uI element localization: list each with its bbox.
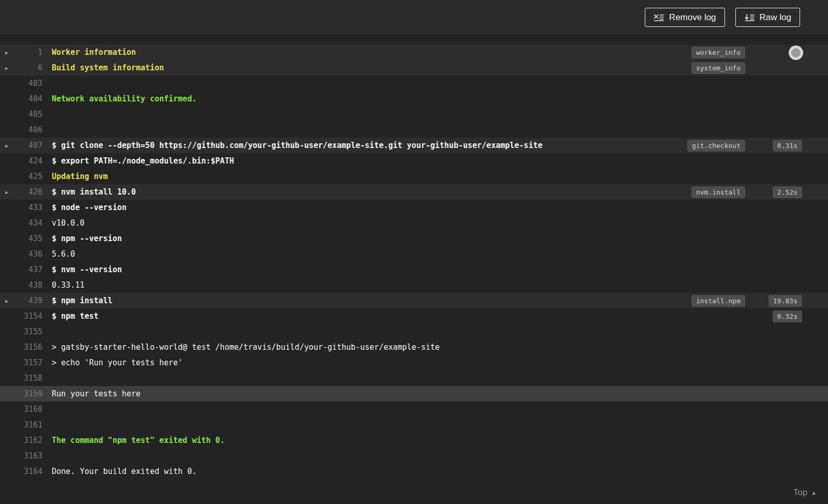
log-line: 403 — [0, 76, 828, 91]
line-number[interactable]: 6 — [16, 63, 42, 72]
log-text: > echo 'Run your tests here' — [52, 358, 759, 367]
log-text: $ git clone --depth=50 https://github.co… — [52, 141, 687, 150]
fold-arrow-icon[interactable]: ▶ — [0, 143, 16, 149]
log-text: $ npm test — [52, 312, 759, 321]
log-text: $ export PATH=./node_modules/.bin:$PATH — [52, 156, 759, 166]
line-number[interactable]: 3160 — [16, 405, 42, 414]
log-line: 434 v10.0.0 — [0, 215, 828, 231]
log-text: > gatsby-starter-hello-world@ test /home… — [52, 343, 759, 352]
scroll-to-top-fab[interactable] — [789, 46, 803, 60]
log-line: 3162 The command "npm test" exited with … — [0, 433, 828, 448]
fold-name-badge: git.checkout — [687, 140, 745, 152]
log-line: 3163 — [0, 448, 828, 464]
log-line: ▶ 407 $ git clone --depth=50 https://git… — [0, 138, 828, 153]
remove-log-icon — [654, 14, 664, 21]
line-number[interactable]: 3156 — [16, 343, 42, 352]
log-line: ▶ 6 Build system information system_info — [0, 60, 828, 76]
fold-name-badge: system_info — [691, 62, 745, 74]
log-line: 436 5.6.0 — [0, 246, 828, 262]
raw-log-button[interactable]: Raw log — [735, 8, 800, 27]
log-line: 406 — [0, 122, 828, 138]
line-number[interactable]: 3161 — [16, 420, 42, 429]
caret-up-icon: ▲ — [811, 490, 817, 496]
log-text: Network availability confirmed. — [52, 94, 759, 103]
duration-badge: 0.32s — [773, 310, 802, 322]
line-number[interactable]: 426 — [16, 187, 42, 197]
remove-log-button[interactable]: Remove log — [645, 8, 725, 27]
log-text: Done. Your build exited with 0. — [52, 467, 759, 476]
line-number[interactable]: 406 — [16, 125, 42, 135]
duration-slot: 2.52s — [759, 186, 802, 198]
line-number[interactable]: 433 — [16, 203, 42, 212]
line-number[interactable]: 435 — [16, 234, 42, 243]
log-line: 425 Updating nvm — [0, 169, 828, 184]
line-number[interactable]: 3163 — [16, 451, 42, 461]
log-line: 3161 — [0, 417, 828, 433]
scroll-top-link[interactable]: Top ▲ — [793, 487, 817, 498]
line-number[interactable]: 403 — [16, 79, 42, 88]
line-number[interactable]: 3162 — [16, 436, 42, 445]
fold-arrow-icon[interactable]: ▶ — [0, 65, 16, 71]
build-log: ▶ 1 Worker information worker_info ▶ 6 B… — [0, 35, 828, 479]
log-line: 435 $ npm --version — [0, 231, 828, 246]
fold-arrow-icon[interactable]: ▶ — [0, 189, 16, 195]
log-line: 3155 — [0, 324, 828, 339]
fold-name-badge: nvm.install — [691, 186, 745, 198]
log-line: 3158 — [0, 370, 828, 386]
line-number[interactable]: 3154 — [16, 312, 42, 321]
duration-slot: 0.32s — [759, 310, 802, 322]
log-text: $ node --version — [52, 203, 759, 212]
log-text: Build system information — [52, 63, 691, 72]
duration-slot: 19.83s — [759, 295, 802, 307]
fold-arrow-icon[interactable]: ▶ — [0, 298, 16, 304]
duration-badge: 0.31s — [773, 140, 802, 152]
line-number[interactable]: 3164 — [16, 467, 42, 476]
log-line: ▶ 426 $ nvm install 10.0 nvm.install 2.5… — [0, 184, 828, 200]
line-number[interactable]: 3157 — [16, 358, 42, 367]
log-line: 3156 > gatsby-starter-hello-world@ test … — [0, 339, 828, 355]
log-line: 3154 $ npm test 0.32s — [0, 308, 828, 324]
line-number[interactable]: 437 — [16, 265, 42, 274]
line-number[interactable]: 434 — [16, 218, 42, 228]
line-number[interactable]: 404 — [16, 94, 42, 103]
log-text: $ npm --version — [52, 234, 759, 243]
log-text: $ npm install — [52, 296, 691, 305]
line-number[interactable]: 438 — [16, 280, 42, 290]
log-line: ▶ 439 $ npm install install.npm 19.83s — [0, 293, 828, 308]
log-line: 3159 Run your tests here — [0, 386, 828, 402]
log-text: $ nvm --version — [52, 265, 759, 274]
line-number[interactable]: 425 — [16, 172, 42, 181]
raw-log-label: Raw log — [760, 13, 791, 22]
fold-name-badge: install.npm — [691, 295, 745, 307]
log-line: 3160 — [0, 402, 828, 417]
log-line: 404 Network availability confirmed. — [0, 91, 828, 107]
log-line: 433 $ node --version — [0, 200, 828, 215]
line-number[interactable]: 3159 — [16, 389, 42, 398]
remove-log-label: Remove log — [669, 13, 716, 22]
log-line: 3157 > echo 'Run your tests here' — [0, 355, 828, 370]
line-number[interactable]: 407 — [16, 141, 42, 150]
log-line: ▶ 1 Worker information worker_info — [0, 45, 828, 60]
line-number[interactable]: 1 — [16, 48, 42, 57]
log-text: $ nvm install 10.0 — [52, 187, 691, 197]
line-number[interactable]: 424 — [16, 156, 42, 166]
log-line: 437 $ nvm --version — [0, 262, 828, 277]
log-text: Run your tests here — [52, 389, 759, 398]
log-text: 0.33.11 — [52, 280, 759, 290]
line-number[interactable]: 439 — [16, 296, 42, 305]
raw-log-icon — [744, 14, 755, 21]
line-number[interactable]: 436 — [16, 249, 42, 259]
log-text: 5.6.0 — [52, 249, 759, 259]
log-line: 405 — [0, 107, 828, 122]
log-toolbar: Remove log Raw log — [0, 0, 828, 35]
log-text: Worker information — [52, 48, 691, 57]
fold-arrow-icon[interactable]: ▶ — [0, 50, 16, 55]
log-text: v10.0.0 — [52, 218, 759, 228]
log-line: 424 $ export PATH=./node_modules/.bin:$P… — [0, 153, 828, 169]
log-text: Updating nvm — [52, 172, 759, 181]
line-number[interactable]: 405 — [16, 110, 42, 119]
duration-slot: 0.31s — [759, 140, 802, 152]
line-number[interactable]: 3155 — [16, 327, 42, 336]
duration-badge: 19.83s — [768, 295, 802, 307]
line-number[interactable]: 3158 — [16, 374, 42, 383]
